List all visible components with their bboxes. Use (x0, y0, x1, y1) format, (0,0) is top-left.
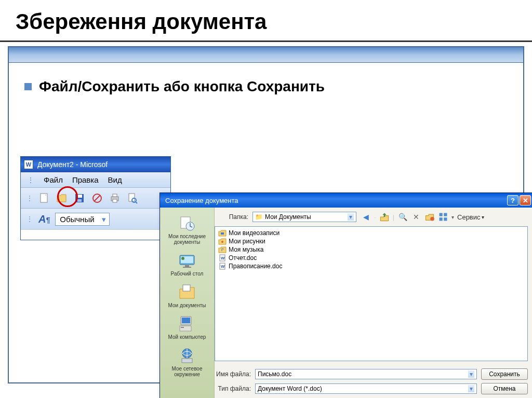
file-item[interactable]: W Правописание.doc (217, 262, 525, 270)
svg-rect-21 (182, 318, 190, 323)
svg-line-5 (94, 195, 100, 201)
save-button[interactable]: Сохранить (481, 368, 528, 380)
file-name: Правописание.doc (229, 263, 282, 270)
folder-combo[interactable]: 📁 Мои Документы (252, 212, 356, 222)
file-item[interactable]: Мои рисунки (217, 237, 525, 245)
printer-icon (109, 192, 121, 204)
save-dialog: Сохранение документа ? ✕ Мои последние д… (159, 193, 532, 398)
magnifier-doc-icon (126, 192, 139, 204)
sidebar-label: Мое сетевое окружение (163, 366, 211, 377)
sidebar-mycomputer[interactable]: Мой компьютер (162, 312, 212, 342)
newfolder-button[interactable] (424, 212, 435, 222)
svg-rect-29 (440, 217, 443, 221)
file-item[interactable]: Мои видеозаписи (217, 229, 525, 237)
svg-rect-16 (185, 265, 189, 267)
file-list[interactable]: Мои видеозаписи Мои рисунки Моя музыка (215, 226, 528, 361)
menu-edit[interactable]: Правка (72, 175, 99, 184)
close-button[interactable]: ✕ (520, 195, 531, 205)
svg-rect-7 (113, 194, 117, 197)
filename-label: Имя файла: (215, 370, 251, 378)
folder-video-icon (218, 229, 227, 237)
toolbar-grip-icon: ⋮ (26, 194, 33, 202)
filename-input[interactable]: Письмо.doc (255, 369, 477, 379)
svg-line-11 (136, 202, 137, 203)
style-selector[interactable]: Обычный (55, 213, 109, 226)
separator: · (374, 213, 376, 221)
permission-button[interactable] (90, 191, 104, 205)
permission-icon (91, 192, 103, 204)
sidebar-label: Мои последние документы (163, 234, 211, 245)
word-doc-icon: W (218, 263, 227, 270)
file-name: Отчет.doc (229, 254, 257, 262)
sidebar-network[interactable]: Мое сетевое окружение (162, 344, 212, 379)
sidebar-desktop[interactable]: Рабочий стол (162, 249, 212, 279)
folder-label: Папка: (220, 213, 248, 221)
file-name: Мои видеозаписи (229, 229, 280, 237)
preview-button[interactable] (126, 191, 139, 205)
back-button[interactable]: ◀ (361, 212, 371, 222)
file-item[interactable]: W Отчет.doc (217, 254, 525, 262)
svg-rect-25 (182, 359, 192, 363)
new-doc-icon (38, 192, 50, 204)
svg-rect-23 (181, 327, 184, 328)
svg-rect-17 (183, 267, 191, 268)
folder-music-icon (218, 246, 227, 253)
word-window: W Документ2 - Microsof ⋮ Файл Правка Вид… (20, 156, 171, 240)
slide-content: Файл/Сохранить або кнопка Сохранить W До… (8, 46, 524, 383)
slide-header-bar (9, 47, 523, 63)
folder-icon: 📁 (255, 213, 263, 221)
bullet-icon (24, 83, 32, 90)
slide-divider (0, 40, 532, 42)
file-item[interactable]: Моя музыка (217, 245, 525, 254)
toolbar-grip-icon: ⋮ (26, 215, 33, 223)
svg-rect-3 (77, 199, 82, 202)
help-button[interactable]: ? (507, 195, 518, 205)
cancel-button[interactable]: Отмена (481, 383, 528, 394)
word-menubar: ⋮ Файл Правка Вид (21, 172, 170, 188)
folder-pictures-icon (218, 238, 227, 245)
word-app-icon: W (24, 160, 33, 169)
word-doc-area (21, 229, 170, 240)
menu-view[interactable]: Вид (108, 175, 122, 184)
word-title: Документ2 - Microsof (37, 160, 108, 169)
sidebar-recent[interactable]: Мои последние документы (162, 212, 212, 247)
bullet-text: Файл/Сохранить або кнопка Сохранить (39, 78, 325, 95)
folder-value: Мои Документы (265, 213, 311, 221)
filetype-input[interactable]: Документ Word (*.doc) (255, 383, 477, 394)
mydocs-icon (178, 283, 196, 301)
dialog-title: Сохранение документа (165, 197, 238, 204)
svg-rect-28 (444, 213, 447, 216)
svg-rect-27 (440, 213, 443, 216)
slide-title: Збереження документа (0, 0, 532, 40)
word-format-bar: ⋮ A¶ Обычный (21, 209, 170, 229)
svg-text:W: W (221, 264, 225, 269)
views-dropdown-icon[interactable]: ▾ (451, 214, 454, 220)
file-name: Мои рисунки (229, 238, 265, 245)
desktop-icon (178, 251, 196, 270)
network-icon (178, 346, 196, 365)
sidebar-label: Мой компьютер (168, 334, 206, 340)
delete-button[interactable]: ✕ (411, 212, 421, 222)
views-button[interactable] (438, 212, 448, 222)
places-sidebar: Мои последние документы Рабочий стол Мои… (160, 208, 215, 398)
menu-file[interactable]: Файл (44, 175, 63, 184)
svg-text:W: W (221, 256, 225, 260)
word-doc-icon: W (218, 254, 227, 262)
svg-point-32 (221, 241, 223, 243)
toolbar-grip-icon: ⋮ (27, 176, 34, 184)
search-button[interactable]: 🔍 (397, 212, 408, 222)
new-doc-button[interactable] (37, 191, 51, 205)
print-button[interactable] (108, 191, 122, 205)
sidebar-mydocs[interactable]: Мои документы (162, 281, 212, 310)
folder-row: Папка: 📁 Мои Документы ◀ · | 🔍 ✕ (215, 208, 532, 226)
svg-point-18 (181, 257, 184, 260)
sidebar-label: Рабочий стол (171, 271, 204, 277)
computer-icon (178, 314, 196, 333)
dialog-titlebar: Сохранение документа ? ✕ (160, 193, 532, 208)
svg-point-26 (430, 217, 434, 221)
bullet-row: Файл/Сохранить або кнопка Сохранить (9, 63, 523, 105)
tools-menu[interactable]: Сервис▾ (457, 213, 484, 221)
svg-rect-22 (180, 326, 191, 331)
filetype-label: Тип файла: (215, 385, 251, 392)
up-button[interactable] (379, 212, 390, 222)
